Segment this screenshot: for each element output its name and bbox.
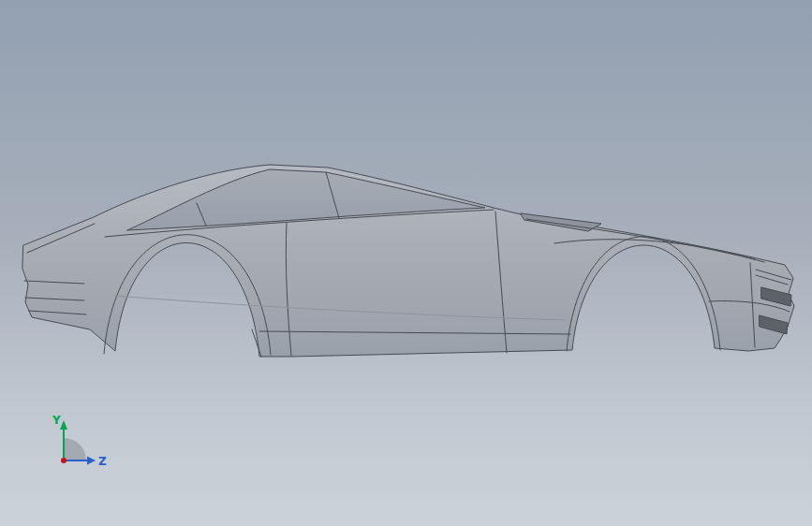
y-axis-arrowhead [60,420,67,430]
z-axis-arrowhead [87,457,96,465]
orientation-triad[interactable]: Y Z [52,414,107,468]
cad-viewport[interactable]: Y Z [0,0,812,526]
z-axis-label: Z [98,455,107,468]
y-axis-label: Y [52,414,61,427]
triad-hub [64,438,86,460]
x-axis-origin[interactable] [61,458,66,463]
model-canvas[interactable]: Y Z [0,0,812,526]
car-model[interactable] [22,165,794,357]
